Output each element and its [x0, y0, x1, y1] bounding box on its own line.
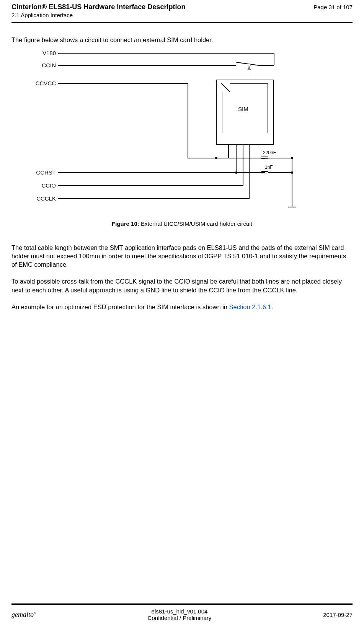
- footer-rule-thin: [11, 603, 353, 604]
- wire-v180-down: [274, 53, 274, 65]
- header: Cinterion® ELS81-US Hardware Interface D…: [0, 0, 364, 20]
- wire-ccrst: [58, 172, 237, 173]
- content: The figure below shows a circuit to conn…: [0, 24, 364, 311]
- intro-text: The figure below shows a circuit to conn…: [11, 36, 353, 44]
- doc-subtitle: 2.1 Application Interface: [11, 12, 185, 18]
- footer-date: 2017-09-27: [323, 612, 353, 618]
- circuit-figure: V180 CCIN CCVCC CCRST CCIO CCCLK SIM: [11, 51, 353, 215]
- footer-rule-thick: [11, 604, 353, 605]
- wire-ccin-right: [259, 65, 274, 66]
- wire-ccio: [58, 185, 243, 186]
- label-ccio: CCIO: [25, 182, 56, 189]
- cap-220nf-icon: [261, 157, 268, 159]
- wire-cap1-right: [268, 158, 292, 158]
- page-number: Page 31 of 107: [313, 4, 353, 10]
- wire-cap1-h: [216, 158, 265, 158]
- sim-label: SIM: [238, 105, 248, 113]
- paragraph-2: To avoid possible cross-talk from the CC…: [11, 277, 353, 294]
- wire-ccvcc-up: [228, 145, 229, 158]
- cap-1nf-icon: [261, 171, 268, 173]
- paragraph-1: The total cable length between the SMT a…: [11, 243, 353, 269]
- p3-pre: An example for an optimized ESD protecti…: [11, 303, 229, 310]
- cap2-label: 1nF: [265, 164, 273, 170]
- brand-logo: gemalto×: [11, 611, 36, 619]
- wire-ccvcc-down: [188, 83, 188, 158]
- wire-ccio-up: [243, 145, 243, 186]
- wire-ccrst-up: [236, 145, 237, 173]
- figure-caption-text: External UICC/SIM/USIM card holder circu…: [141, 220, 252, 227]
- switch-contact-icon: [248, 64, 251, 67]
- wire-ccclk-up: [249, 145, 250, 199]
- cap1-label: 220nF: [263, 150, 276, 156]
- wire-cap2-h: [236, 172, 265, 173]
- switch-dashed-link: [249, 69, 249, 80]
- doc-title: Cinterion® ELS81-US Hardware Interface D…: [11, 3, 185, 11]
- ground-bar: [288, 207, 296, 207]
- node-ccvcc: [215, 157, 217, 159]
- figure-caption: Figure 10: External UICC/SIM/USIM card h…: [11, 220, 353, 228]
- label-v180: V180: [25, 49, 56, 57]
- label-ccvcc: CCVCC: [25, 80, 56, 87]
- wire-cap2-right: [268, 172, 292, 173]
- wire-v180: [58, 53, 274, 54]
- paragraph-3: An example for an optimized ESD protecti…: [11, 303, 353, 311]
- node-cap1-junction: [291, 157, 293, 159]
- doc-id: els81-us_hid_v01.004: [36, 608, 323, 615]
- footer: gemalto× els81-us_hid_v01.004 Confidenti…: [11, 603, 353, 621]
- confidentiality: Confidential / Preliminary: [36, 615, 323, 621]
- label-ccclk: CCCLK: [25, 195, 56, 202]
- label-ccrst: CCRST: [25, 169, 56, 176]
- figure-label: Figure 10:: [112, 220, 139, 227]
- header-rule-thick: [11, 22, 353, 23]
- section-link[interactable]: Section 2.1.6.1: [229, 303, 271, 310]
- p3-post: .: [271, 303, 273, 310]
- node-ccrst: [235, 171, 237, 174]
- wire-ccvcc: [58, 83, 188, 84]
- label-ccin: CCIN: [25, 62, 56, 69]
- wire-ccin-left: [58, 65, 236, 66]
- wire-ground-down: [292, 158, 292, 207]
- wire-ccclk: [58, 198, 250, 199]
- switch-arrow-icon: [247, 66, 251, 70]
